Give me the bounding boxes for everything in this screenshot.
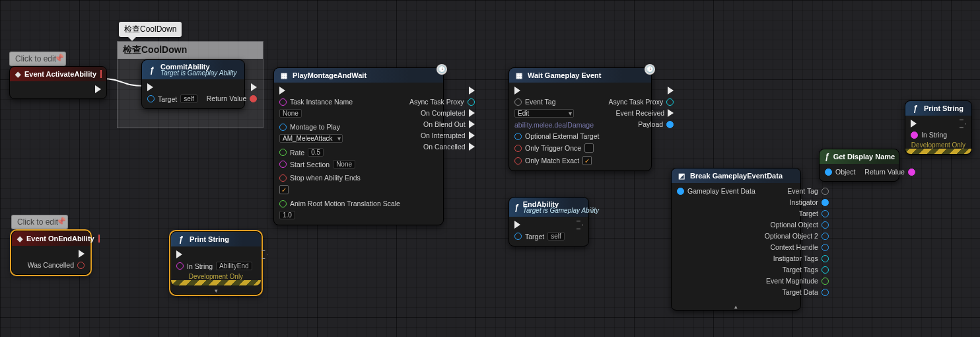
comment-hint-top[interactable]: Click to edit 📌 — [9, 52, 66, 66]
exec-out[interactable] — [469, 87, 475, 94]
dev-stripe — [905, 149, 971, 154]
pin-target[interactable] — [147, 95, 155, 102]
pin-event-tag[interactable] — [514, 98, 522, 106]
exec-in[interactable] — [514, 221, 520, 229]
pin-trigger-once[interactable] — [514, 145, 522, 152]
exec-in[interactable] — [279, 87, 285, 94]
exec-in[interactable] — [176, 250, 182, 258]
node-header: ◩ Break GameplayEventData — [672, 168, 800, 183]
pin-in-string[interactable] — [176, 262, 184, 270]
node-header: Get Display Name — [820, 149, 899, 164]
event-icon: ◆ — [15, 69, 20, 79]
pin-event-tag[interactable] — [822, 188, 829, 195]
collapse-chevron-icon[interactable]: ▴ — [672, 303, 800, 310]
exec-out[interactable] — [960, 120, 966, 128]
trigger-once-checkbox[interactable] — [584, 143, 594, 153]
exec-out[interactable] — [577, 221, 583, 229]
exec-on-completed[interactable] — [469, 109, 475, 117]
match-exact-checkbox[interactable]: ✓ — [582, 156, 592, 165]
exec-on-interrupted[interactable] — [469, 131, 475, 139]
exec-event-received[interactable] — [668, 109, 674, 117]
montage-asset-dropdown[interactable]: AM_MeleeAttack — [279, 134, 343, 143]
event-icon: ◆ — [17, 234, 22, 243]
expand-chevron-icon[interactable]: ▾ — [171, 287, 261, 294]
delegate-pin[interactable] — [100, 70, 102, 78]
pin-return-value[interactable] — [250, 95, 257, 102]
function-icon — [514, 203, 519, 212]
comment-hint-bottom[interactable]: Click to edit 📌 — [11, 215, 68, 229]
pin-icon: 📌 — [56, 217, 66, 226]
pin-was-cancelled[interactable] — [77, 262, 85, 269]
pin-instigator-tags[interactable] — [822, 255, 829, 262]
pin-instigator[interactable] — [822, 199, 829, 206]
function-icon — [176, 235, 186, 244]
pin-in-string[interactable] — [911, 131, 918, 139]
exec-in[interactable] — [147, 83, 153, 91]
node-header: Print String — [905, 101, 971, 116]
function-icon — [825, 152, 829, 161]
node-header: ◆ Event OnEndAbility — [12, 231, 90, 246]
stop-on-end-checkbox[interactable]: ✓ — [279, 185, 289, 194]
pin-rate[interactable] — [279, 149, 287, 156]
pin-stop-on-end[interactable] — [279, 174, 287, 182]
node-title: Print String — [924, 104, 963, 112]
pin-payload[interactable] — [666, 121, 674, 128]
pin-montage-to-play[interactable] — [279, 124, 287, 131]
node-print-string-1[interactable]: Print String In String AbilityEnd Develo… — [170, 231, 262, 295]
pin-async-proxy[interactable] — [468, 98, 475, 106]
node-get-display-name[interactable]: Get Display Name Object Return Value — [819, 149, 899, 182]
pin-async-proxy[interactable] — [666, 98, 674, 106]
exec-out[interactable] — [95, 85, 101, 93]
node-title: Event OnEndAbility — [26, 235, 94, 243]
pin-target[interactable] — [822, 210, 829, 217]
pin-match-exact[interactable] — [514, 157, 522, 165]
node-wait-gameplay-event[interactable]: 🕓 ▦ Wait Gameplay Event Event Tag Edit a… — [508, 67, 652, 171]
cooldown-comment-bubble[interactable]: 检查CoolDown — [119, 22, 182, 37]
pin-optional-external[interactable] — [514, 133, 522, 140]
node-commit-ability[interactable]: CommitAbility Target is Gameplay Ability… — [141, 59, 245, 109]
pin-event-magnitude[interactable] — [822, 278, 829, 285]
node-title: Wait Gameplay Event — [528, 71, 601, 79]
exec-in[interactable] — [911, 120, 917, 128]
exec-on-cancelled[interactable] — [469, 143, 475, 151]
node-title: Break GameplayEventData — [690, 172, 783, 180]
exec-out[interactable] — [262, 250, 268, 259]
exec-out[interactable] — [668, 87, 674, 94]
pin-object[interactable] — [825, 168, 832, 176]
node-end-ability[interactable]: EndAbility Target is Gameplay Ability Ta… — [508, 197, 589, 246]
exec-out[interactable] — [251, 83, 257, 91]
node-title: PlayMontageAndWait — [293, 71, 367, 79]
node-title: Print String — [190, 235, 229, 243]
node-title: Event ActivateAbility — [24, 70, 96, 78]
event-tag-path: ability.melee.dealDamage — [514, 121, 594, 129]
node-header: ▦ Wait Gameplay Event — [509, 68, 651, 83]
delegate-pin[interactable] — [98, 235, 100, 243]
node-header: Print String — [171, 232, 261, 246]
exec-in[interactable] — [514, 87, 520, 94]
pin-return-value[interactable] — [908, 168, 915, 176]
latent-icon: ▦ — [279, 71, 289, 80]
node-play-montage-and-wait[interactable]: 🕓 ▦ PlayMontageAndWait Task Instance Nam… — [273, 67, 444, 225]
pin-target-data[interactable] — [822, 289, 829, 296]
pin-optional-object[interactable] — [822, 221, 829, 229]
dev-only-label: Development Only — [171, 273, 261, 280]
node-event-on-end-ability[interactable]: ◆ Event OnEndAbility Was Cancelled — [11, 231, 90, 275]
pin-anim-root[interactable] — [279, 200, 287, 207]
clock-icon: 🕓 — [437, 64, 447, 75]
pin-task-instance-name[interactable] — [279, 98, 287, 106]
pin-start-section[interactable] — [279, 161, 287, 168]
node-break-gameplay-event-data[interactable]: ◩ Break GameplayEventData Gameplay Event… — [671, 168, 801, 311]
pin-context-handle[interactable] — [822, 244, 829, 251]
event-tag-dropdown[interactable]: Edit — [514, 109, 574, 118]
node-print-string-2[interactable]: Print String In String Development Only — [905, 100, 972, 155]
node-header: ▦ PlayMontageAndWait — [274, 68, 443, 83]
node-event-activate-ability[interactable]: ◆ Event ActivateAbility — [9, 66, 107, 99]
pin-target-tags[interactable] — [822, 266, 829, 274]
exec-on-blend-out[interactable] — [469, 120, 475, 128]
exec-out[interactable] — [79, 250, 85, 258]
pin-event-data-in[interactable] — [677, 188, 684, 195]
function-icon — [147, 65, 157, 75]
blueprint-graph[interactable]: { "comments": { "cooldown_bubble": "检查Co… — [0, 0, 980, 337]
pin-optional-object-2[interactable] — [822, 233, 829, 240]
pin-target[interactable] — [514, 233, 522, 240]
